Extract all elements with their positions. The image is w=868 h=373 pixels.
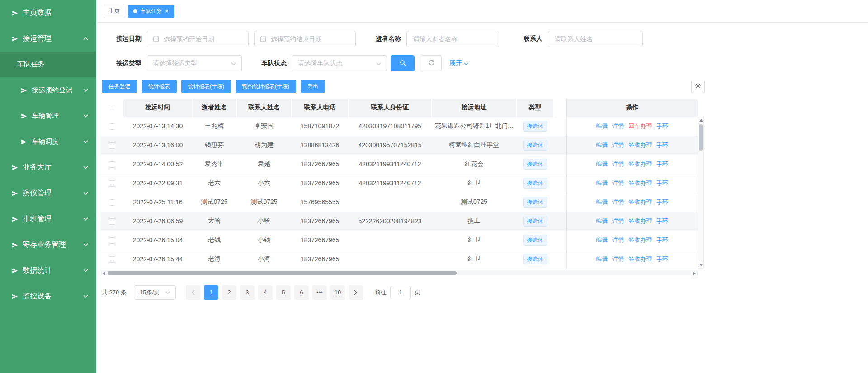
next-page-button[interactable] bbox=[349, 285, 363, 300]
page-19-button[interactable]: 19 bbox=[330, 285, 345, 300]
refresh-button[interactable] bbox=[421, 55, 442, 71]
手环-link[interactable]: 手环 bbox=[656, 161, 668, 167]
sidebar-item-monitoring-devices[interactable]: 监控设备 bbox=[0, 283, 96, 309]
fleet-status-select[interactable]: 请选择车队状态 bbox=[292, 55, 387, 71]
tab-home[interactable]: 主页 bbox=[104, 5, 125, 18]
vertical-scroll-thumb[interactable] bbox=[699, 124, 703, 151]
page-3-button[interactable]: 3 bbox=[240, 285, 255, 300]
编辑-link[interactable]: 编辑 bbox=[596, 198, 608, 205]
sidebar-item-fleet-tasks[interactable]: 车队任务 bbox=[0, 52, 96, 77]
page-2-button[interactable]: 2 bbox=[222, 285, 236, 300]
page-5-button[interactable]: 5 bbox=[276, 285, 291, 300]
date-end-field[interactable] bbox=[270, 35, 350, 43]
date-start-input[interactable] bbox=[147, 31, 249, 47]
page-size-select[interactable]: 15条/页 bbox=[134, 285, 176, 300]
签收办理-link[interactable]: 签收办理 bbox=[628, 217, 652, 224]
sidebar-item-business-hall[interactable]: 业务大厅 bbox=[0, 155, 96, 180]
contact-name-input[interactable] bbox=[548, 31, 643, 47]
operations-cell: 编辑详情签收办理手环 bbox=[566, 212, 698, 231]
export-button[interactable]: 导出 bbox=[301, 80, 325, 93]
deceased-name-input[interactable] bbox=[406, 31, 499, 47]
goto-page-input[interactable] bbox=[390, 286, 411, 299]
sidebar-item-vehicle-dispatch[interactable]: 车辆调度 bbox=[0, 129, 96, 155]
scroll-up-arrow-icon[interactable] bbox=[699, 119, 703, 122]
close-tab-icon[interactable]: × bbox=[165, 8, 169, 14]
详情-link[interactable]: 详情 bbox=[612, 255, 624, 262]
签收办理-link[interactable]: 签收办理 bbox=[628, 179, 652, 186]
expand-toggle[interactable]: 展开 bbox=[449, 59, 468, 67]
stat-report-shiyan-button[interactable]: 统计报表(十堰) bbox=[181, 80, 231, 93]
sidebar-item-home-data[interactable]: 主页数据 bbox=[0, 0, 96, 26]
contact-phone-cell: 18372667965 bbox=[292, 231, 348, 250]
签收办理-link[interactable]: 签收办理 bbox=[628, 255, 652, 262]
page-4-button[interactable]: 4 bbox=[258, 285, 273, 300]
详情-link[interactable]: 详情 bbox=[612, 123, 624, 129]
sidebar-item-data-statistics[interactable]: 数据统计 bbox=[0, 258, 96, 283]
手环-link[interactable]: 手环 bbox=[656, 217, 668, 224]
deceased-name-field[interactable] bbox=[412, 35, 493, 43]
sidebar-item-transport-management[interactable]: 接运管理 bbox=[0, 26, 96, 52]
contact-name-field[interactable] bbox=[554, 35, 637, 43]
详情-link[interactable]: 详情 bbox=[612, 198, 624, 205]
scroll-left-arrow-icon[interactable] bbox=[103, 272, 105, 275]
column-settings-button[interactable] bbox=[691, 80, 705, 93]
手环-link[interactable]: 手环 bbox=[656, 255, 668, 262]
tab-fleet-tasks[interactable]: 车队任务× bbox=[128, 5, 174, 18]
vertical-scrollbar[interactable] bbox=[698, 117, 704, 269]
编辑-link[interactable]: 编辑 bbox=[596, 161, 608, 167]
手环-link[interactable]: 手环 bbox=[656, 198, 668, 205]
签收办理-link[interactable]: 签收办理 bbox=[628, 161, 652, 167]
签收办理-link[interactable]: 签收办理 bbox=[628, 142, 652, 148]
编辑-link[interactable]: 编辑 bbox=[596, 217, 608, 224]
pager-ellipsis-button[interactable]: ••• bbox=[312, 285, 327, 300]
sidebar-item-storage-business-management[interactable]: 寄存业务管理 bbox=[0, 232, 96, 258]
row-checkbox[interactable] bbox=[109, 161, 115, 168]
transport-type-select[interactable]: 请选择接运类型 bbox=[147, 55, 242, 71]
row-checkbox[interactable] bbox=[109, 180, 115, 187]
手环-link[interactable]: 手环 bbox=[656, 142, 668, 148]
编辑-link[interactable]: 编辑 bbox=[596, 142, 608, 148]
回车办理-link[interactable]: 回车办理 bbox=[628, 123, 652, 129]
prev-page-button[interactable] bbox=[186, 285, 200, 300]
签收办理-link[interactable]: 签收办理 bbox=[628, 198, 652, 205]
详情-link[interactable]: 详情 bbox=[612, 217, 624, 224]
horizontal-scroll-thumb[interactable] bbox=[108, 271, 457, 275]
page-6-button[interactable]: 6 bbox=[294, 285, 309, 300]
booking-stat-report-shiyan-button[interactable]: 预约统计报表(十堰) bbox=[236, 80, 296, 93]
row-checkbox[interactable] bbox=[109, 142, 115, 149]
详情-link[interactable]: 详情 bbox=[612, 142, 624, 148]
horizontal-scrollbar[interactable] bbox=[101, 270, 698, 276]
search-button[interactable] bbox=[391, 55, 415, 71]
scroll-down-arrow-icon[interactable] bbox=[699, 264, 703, 266]
手环-link[interactable]: 手环 bbox=[656, 236, 668, 243]
sidebar-item-transport-booking-register[interactable]: 接运预约登记 bbox=[0, 77, 96, 103]
type-cell: 接遗体 bbox=[516, 250, 554, 269]
row-checkbox[interactable] bbox=[109, 218, 115, 225]
row-checkbox[interactable] bbox=[109, 256, 115, 263]
stat-report-button[interactable]: 统计报表 bbox=[142, 80, 177, 93]
编辑-link[interactable]: 编辑 bbox=[596, 236, 608, 243]
手环-link[interactable]: 手环 bbox=[656, 179, 668, 186]
sidebar-item-label: 业务大厅 bbox=[23, 163, 52, 172]
编辑-link[interactable]: 编辑 bbox=[596, 255, 608, 262]
date-start-field[interactable] bbox=[163, 35, 243, 43]
sidebar-item-vehicle-management[interactable]: 车辆管理 bbox=[0, 103, 96, 129]
task-register-button[interactable]: 任务登记 bbox=[102, 80, 137, 93]
编辑-link[interactable]: 编辑 bbox=[596, 179, 608, 186]
row-checkbox[interactable] bbox=[109, 123, 115, 130]
详情-link[interactable]: 详情 bbox=[612, 161, 624, 167]
编辑-link[interactable]: 编辑 bbox=[596, 123, 608, 129]
详情-link[interactable]: 详情 bbox=[612, 179, 624, 186]
deceased-name-cell: 老海 bbox=[192, 250, 236, 269]
sidebar-item-funeral-management[interactable]: 殡仪管理 bbox=[0, 180, 96, 206]
sidebar-item-shift-management[interactable]: 排班管理 bbox=[0, 206, 96, 232]
row-checkbox[interactable] bbox=[109, 237, 115, 244]
date-end-input[interactable] bbox=[254, 31, 356, 47]
page-1-button[interactable]: 1 bbox=[204, 285, 218, 300]
row-checkbox[interactable] bbox=[109, 199, 115, 206]
签收办理-link[interactable]: 签收办理 bbox=[628, 236, 652, 243]
scroll-right-arrow-icon[interactable] bbox=[693, 272, 696, 275]
手环-link[interactable]: 手环 bbox=[656, 123, 668, 129]
select-all-checkbox[interactable] bbox=[109, 105, 115, 111]
详情-link[interactable]: 详情 bbox=[612, 236, 624, 243]
